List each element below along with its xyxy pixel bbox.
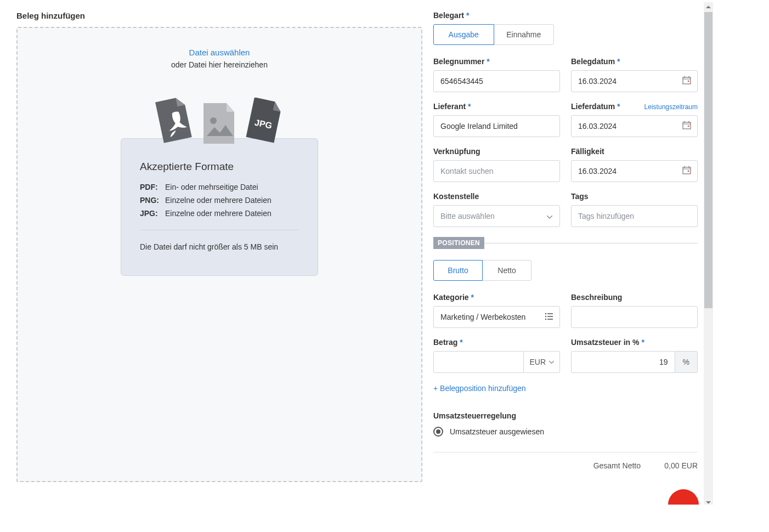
png-icon [201,102,238,146]
brutto-button[interactable]: Brutto [433,260,483,281]
faelligkeit-input[interactable] [571,160,698,182]
drag-file-text: oder Datei hier hereinziehen [171,60,268,69]
kostenstelle-label: Kostenstelle [433,192,560,201]
lieferant-label: Lieferant * [433,102,560,111]
lieferdatum-input[interactable] [571,115,698,137]
belegdatum-input[interactable] [571,70,698,92]
divider [433,452,698,452]
netto-button[interactable]: Netto [482,260,531,281]
brutto-netto-toggle: Brutto Netto [433,260,532,281]
ust-regelung-label: Umsatzsteuerregelung [433,411,698,420]
positionen-badge: POSITIONEN [433,237,484,249]
jpg-icon: JPG [245,98,284,146]
select-file-link[interactable]: Datei auswählen [189,48,250,57]
ust-label: Umsatzsteuer in % * [571,338,698,347]
format-row: JPG: Einzelne oder mehrere Dateien [140,209,299,218]
kategorie-select[interactable] [433,306,560,328]
verknuepfung-input[interactable] [433,160,560,182]
pdf-icon [155,97,194,146]
percent-addon: % [675,351,698,373]
belegart-einnahme-button[interactable]: Einnahme [494,24,555,45]
ust-regelung-option[interactable]: Umsatzsteuer ausgewiesen [433,427,698,437]
faelligkeit-label: Fälligkeit [571,147,698,156]
scroll-up-arrow[interactable] [704,2,713,12]
file-type-icons: JPG [155,97,284,146]
currency-select[interactable]: EUR [524,351,560,373]
betrag-input[interactable] [433,351,524,373]
beschreibung-label: Beschreibung [571,293,698,302]
chevron-down-icon [549,361,554,364]
leistungszeitraum-link[interactable]: Leistungszeitraum [644,103,698,111]
accepted-formats-card: Akzeptierte Formate PDF: Ein- oder mehrs… [121,138,318,276]
scrollbar[interactable] [704,2,713,505]
total-netto-label: Gesamt Netto [593,461,641,470]
format-row: PNG: Einzelne oder mehrere Dateien [140,196,299,205]
add-receipt-title: Beleg hinzufügen [16,11,422,20]
beschreibung-input[interactable] [571,306,698,328]
list-icon[interactable] [545,313,553,322]
add-position-link[interactable]: + Belegposition hinzufügen [433,384,526,393]
size-note: Die Datei darf nicht größer als 5 MB sei… [140,242,299,251]
belegdatum-label: Belegdatum * [571,57,698,66]
total-netto-row: Gesamt Netto 0,00 EUR [433,461,698,470]
svg-point-19 [545,316,546,317]
radio-icon [433,427,443,437]
verknuepfung-label: Verknüpfung [433,147,560,156]
format-row: PDF: Ein- oder mehrseitige Datei [140,183,299,191]
kategorie-label: Kategorie * [433,293,560,302]
ust-input[interactable] [571,351,675,373]
tags-input[interactable] [571,205,698,227]
belegnummer-input[interactable] [433,70,560,92]
total-netto-value: 0,00 EUR [654,461,698,470]
divider [484,243,698,244]
tags-label: Tags [571,192,698,201]
svg-point-21 [545,319,546,320]
lieferant-input[interactable] [433,115,560,137]
belegnummer-label: Belegnummer * [433,57,560,66]
belegart-label: Belegart * [433,11,698,20]
file-dropzone[interactable]: Datei auswählen oder Datei hier hereinzi… [16,27,422,482]
svg-point-17 [545,313,546,314]
betrag-label: Betrag * [433,338,560,347]
svg-point-0 [210,117,217,124]
kostenstelle-select[interactable] [433,205,560,227]
divider [140,230,299,230]
belegart-ausgabe-button[interactable]: Ausgabe [433,24,494,45]
lieferdatum-label: Lieferdatum * [571,102,620,111]
scroll-down-arrow[interactable] [704,497,713,505]
formats-title: Akzeptierte Formate [140,161,299,173]
belegart-toggle: Ausgabe Einnahme [433,24,554,45]
